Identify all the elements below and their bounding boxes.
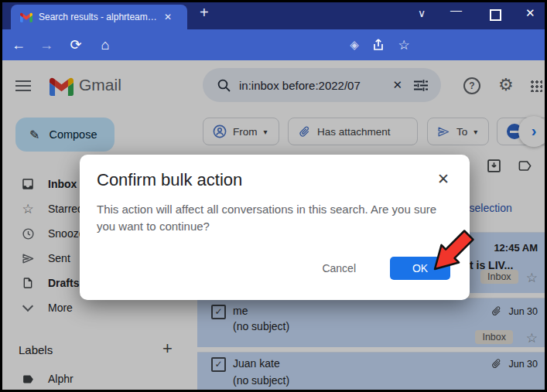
gmail-favicon-icon — [20, 12, 32, 22]
forward-icon[interactable]: → — [36, 29, 57, 60]
bookmark-star-icon[interactable]: ☆ — [393, 29, 415, 60]
red-arrow-annotation — [426, 221, 480, 277]
home-icon[interactable]: ⌂ — [94, 29, 116, 60]
share-icon[interactable] — [371, 38, 385, 52]
dialog-title: Confirm bulk action — [97, 170, 242, 190]
reload-icon[interactable]: ⟳ — [65, 29, 87, 60]
tab-title: Search results - alphrteam@gmai — [39, 12, 161, 22]
window-close-button[interactable]: ✕ — [525, 6, 535, 20]
back-icon[interactable]: ← — [8, 29, 29, 60]
confirm-bulk-action-dialog: Confirm bulk action ✕ This action will a… — [80, 155, 470, 300]
tab-close-icon[interactable]: ✕ — [164, 12, 172, 22]
cancel-button[interactable]: Cancel — [322, 262, 356, 274]
window-maximize-button[interactable] — [490, 9, 501, 21]
browser-titlebar: Search results - alphrteam@gmai ✕ + ∨ — … — [0, 0, 547, 29]
browser-window: Search results - alphrteam@gmai ✕ + ∨ — … — [0, 0, 547, 392]
browser-tab[interactable]: Search results - alphrteam@gmai ✕ — [11, 5, 187, 29]
dialog-body-text: This action will affect all conversation… — [97, 201, 450, 235]
gmail-page: Gmail in:inbox before:2022/07 ✕ ? ⚙ — [0, 60, 547, 392]
browser-toolbar: ← → ⟳ ⌂ mail.google.com/mail/u/0/#search… — [0, 29, 547, 60]
new-tab-button[interactable]: + — [200, 4, 209, 22]
window-minimize-button[interactable]: — — [450, 3, 462, 16]
dialog-close-icon[interactable]: ✕ — [437, 170, 450, 188]
side-search-icon[interactable]: ◈ — [344, 29, 365, 60]
search-tabs-icon[interactable]: ∨ — [418, 7, 426, 19]
